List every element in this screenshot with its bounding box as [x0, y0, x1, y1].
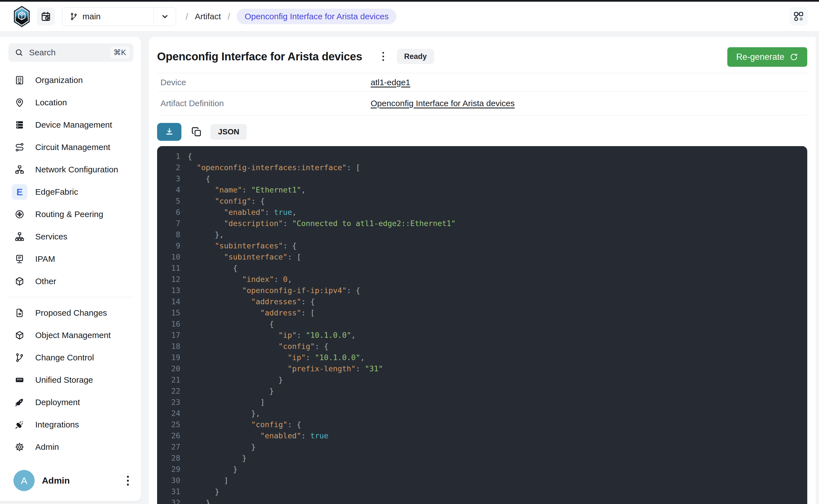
- search-icon: [15, 48, 23, 57]
- status-badge: Ready: [397, 49, 434, 64]
- sidebar-item-label: Object Management: [35, 331, 111, 340]
- code-line-content: {: [187, 173, 210, 184]
- sidebar-item-device-management[interactable]: Device Management: [8, 114, 133, 136]
- field-row-artifact-definition: Artifact Definition Openconfig Interface…: [157, 92, 807, 115]
- code-line: 9 "subinterfaces": {: [157, 240, 807, 251]
- sidebar-item-location[interactable]: Location: [8, 91, 133, 114]
- search-input[interactable]: Search ⌘K: [8, 43, 133, 62]
- server-icon: [12, 117, 27, 133]
- search-placeholder: Search: [29, 48, 104, 57]
- code-line-content: "prefix-length": "31": [187, 363, 383, 374]
- regenerate-button[interactable]: Re-generate: [727, 47, 807, 67]
- line-number: 12: [157, 274, 180, 285]
- code-line-content: }: [187, 464, 237, 475]
- user-row[interactable]: A Admin: [8, 470, 133, 491]
- download-button[interactable]: [157, 123, 181, 141]
- plug-icon: [12, 417, 27, 432]
- line-number: 20: [157, 363, 180, 374]
- branch-selector[interactable]: main: [62, 7, 176, 26]
- sidebar-item-integrations[interactable]: Integrations: [8, 413, 133, 436]
- sidebar-item-proposed-changes[interactable]: Proposed Changes: [8, 302, 133, 324]
- map-pin-icon: [12, 95, 27, 110]
- code-line: 29 }: [157, 464, 807, 475]
- code-line-content: ]: [187, 475, 228, 486]
- code-line-content: {: [187, 318, 274, 330]
- cube-icon: [12, 327, 27, 343]
- copy-button[interactable]: [189, 124, 204, 140]
- code-line-content: "enabled": true,: [187, 207, 296, 218]
- code-viewer[interactable]: 1{2 "openconfig-interfaces:interface": […: [157, 146, 807, 504]
- branch-dropdown-toggle[interactable]: [153, 7, 176, 26]
- line-number: 16: [157, 318, 180, 330]
- code-line: 2 "openconfig-interfaces:interface": [: [157, 162, 807, 173]
- app-logo[interactable]: [11, 6, 32, 27]
- code-line-content: },: [187, 408, 260, 419]
- code-line-content: "index": 0,: [187, 274, 292, 285]
- code-line-content: }: [187, 486, 219, 497]
- calendar-button[interactable]: [37, 8, 55, 25]
- sidebar-item-unified-storage[interactable]: Unified Storage: [8, 369, 133, 391]
- sidebar-item-label: Organization: [35, 75, 83, 85]
- field-label: Artifact Definition: [157, 99, 370, 108]
- search-shortcut: ⌘K: [110, 46, 129, 59]
- format-tab-json[interactable]: JSON: [210, 124, 247, 140]
- code-line: 1{: [157, 151, 807, 162]
- workflow-view-button[interactable]: [789, 7, 808, 26]
- sidebar-item-admin[interactable]: Admin: [8, 436, 133, 458]
- line-number: 10: [157, 251, 180, 263]
- title-menu-button[interactable]: [378, 49, 388, 64]
- sidebar-item-edgefabric[interactable]: EEdgeFabric: [8, 181, 133, 203]
- workflow-icon: [793, 11, 804, 22]
- breadcrumb-artifact[interactable]: Artifact: [195, 12, 221, 21]
- sidebar-item-ipam[interactable]: IPIPAM: [8, 248, 133, 270]
- code-line-content: "enabled": true: [187, 430, 328, 441]
- sidebar-divider: [9, 297, 133, 297]
- ip-monitor-icon: IP: [12, 251, 27, 267]
- regenerate-label: Re-generate: [736, 52, 784, 62]
- breadcrumb-current-page[interactable]: Openconfig Interface for Arista devices: [237, 9, 396, 24]
- download-icon: [165, 127, 174, 137]
- chevron-down-icon: [160, 12, 169, 21]
- code-line: 10 "subinterface": [: [157, 251, 807, 263]
- line-number: 24: [157, 408, 180, 419]
- field-label: Device: [157, 78, 370, 87]
- user-menu-button[interactable]: [122, 473, 133, 488]
- line-number: 6: [157, 207, 180, 218]
- code-line: 16 {: [157, 318, 807, 330]
- code-line-content: "config": {: [187, 419, 301, 430]
- page-title: Openconfig Interface for Arista devices: [157, 50, 362, 63]
- sidebar-item-organization[interactable]: Organization: [8, 69, 133, 91]
- sidebar-item-change-control[interactable]: Change Control: [8, 346, 133, 369]
- router-icon: [12, 206, 27, 222]
- git-branch-icon: [12, 350, 27, 365]
- line-number: 8: [157, 229, 180, 240]
- code-line-content: "addresses": {: [187, 296, 315, 307]
- sidebar-item-routing-peering[interactable]: Routing & Peering: [8, 203, 133, 225]
- code-line: 22 }: [157, 386, 807, 397]
- sidebar-item-network-configuration[interactable]: Network Configuration: [8, 158, 133, 181]
- sidebar: Search ⌘K OrganizationLocationDevice Man…: [0, 36, 141, 501]
- sidebar-item-circuit-management[interactable]: Circuit Management: [8, 136, 133, 158]
- code-line: 27 }: [157, 441, 807, 453]
- breadcrumb-separator: /: [186, 11, 188, 22]
- artifact-definition-link[interactable]: Openconfig Interface for Arista devices: [370, 99, 515, 108]
- code-line-content: {: [187, 151, 192, 162]
- sidebar-item-label: Network Configuration: [35, 165, 118, 174]
- line-number: 11: [157, 263, 180, 274]
- avatar: A: [13, 470, 35, 491]
- sidebar-item-label: Device Management: [35, 120, 112, 130]
- breadcrumb-separator: /: [227, 11, 230, 22]
- sidebar-item-object-management[interactable]: Object Management: [8, 324, 133, 346]
- code-line: 18 "config": {: [157, 341, 807, 352]
- user-name: Admin: [42, 476, 115, 486]
- code-line: 26 "enabled": true: [157, 430, 807, 441]
- sidebar-item-deployment[interactable]: Deployment: [8, 391, 133, 413]
- sidebar-item-label: Unified Storage: [35, 375, 93, 385]
- sidebar-item-services[interactable]: Services: [8, 225, 133, 248]
- top-bar: main / Artifact / Openconfig Interface f…: [0, 0, 819, 32]
- sidebar-item-label: Location: [35, 98, 67, 107]
- sidebar-item-other[interactable]: Other: [8, 270, 133, 293]
- device-link[interactable]: atl1-edge1: [370, 78, 411, 87]
- code-line-content: }: [187, 374, 283, 386]
- line-number: 2: [157, 162, 180, 173]
